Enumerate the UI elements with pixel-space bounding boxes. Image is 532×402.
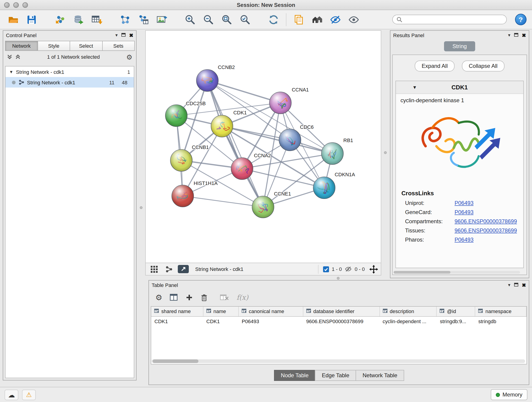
table-row[interactable]: CDK1CDK1P064939606.ENSP00000378699cyclin… [151,316,526,326]
crosslink-link[interactable]: P06493 [455,236,474,243]
close-panel-icon[interactable]: ✖ [522,283,526,288]
column-header-name[interactable]: name [203,307,239,316]
import-network-file-button[interactable] [52,12,68,27]
splitter-handle[interactable] [337,277,340,280]
import-table-button[interactable] [89,12,104,27]
save-session-button[interactable] [24,12,39,27]
table-cell[interactable]: P06493 [239,316,303,326]
splitter-handle[interactable] [140,206,143,209]
column-header-namespace[interactable]: namespace [475,307,526,316]
tab-network-table[interactable]: Network Table [356,370,404,381]
table-cell[interactable]: CDK1 [151,316,203,326]
collapse-panel-icon[interactable]: ▾ [115,33,118,38]
collapse-all-button[interactable]: Collapse All [462,61,504,71]
network-overview-button[interactable] [163,264,174,274]
import-network-database-button[interactable] [70,12,86,27]
collection-expander-icon[interactable]: ▼ [9,70,13,74]
table-cell[interactable]: stringdb:9... [437,316,475,326]
grid-view-button[interactable] [148,264,159,274]
network-node-CCNB1[interactable] [171,149,192,172]
delete-column-button[interactable] [201,293,208,302]
collapse-all-icon[interactable] [15,54,21,60]
tab-string[interactable]: String [444,41,475,51]
network-canvas[interactable]: CCNB2CCNA1CDC25BCDK1CDC6RB1CCNB1CCNA2CDK… [146,31,381,263]
network-node-CDK1[interactable] [211,115,233,137]
pan-move-icon[interactable] [369,265,378,274]
network-edge[interactable] [242,169,324,188]
export-image-button[interactable] [154,12,170,27]
string-home-button[interactable] [309,12,325,27]
network-node-CCNA1[interactable] [269,92,291,114]
network-edge[interactable] [207,80,280,103]
network-edge[interactable] [207,80,263,207]
show-structures-button[interactable] [346,12,361,27]
create-column-button[interactable] [186,294,193,301]
network-from-selection-button[interactable] [117,12,133,27]
tab-network[interactable]: Network [5,41,38,51]
float-panel-icon[interactable] [514,283,518,287]
expand-all-icon[interactable] [7,54,12,60]
column-header-shared-name[interactable]: shared name [151,307,203,316]
table-cell[interactable]: 9606.ENSP00000378699 [303,316,380,326]
network-node-HIST1H1A[interactable] [172,185,194,207]
function-builder-button[interactable]: f(x) [237,293,248,302]
expand-all-button[interactable]: Expand All [415,61,455,71]
column-header--id[interactable]: @id [437,307,475,316]
column-header-database-identifier[interactable]: database identifier [303,307,380,316]
glass-effect-button[interactable] [328,12,343,27]
collapse-panel-icon[interactable]: ▾ [508,283,510,287]
memory-button[interactable]: Memory [491,389,527,400]
zoom-selected-button[interactable] [237,12,253,27]
network-row[interactable]: String Network - cdk1 11 48 [6,77,134,88]
table-horizontal-scrollbar[interactable] [152,359,525,363]
zoom-fit-button[interactable] [219,12,234,27]
detach-view-button[interactable] [178,265,189,273]
close-window-button[interactable] [4,2,10,8]
network-node-CDC25B[interactable] [165,105,187,127]
delete-table-button[interactable] [220,294,229,301]
warnings-button[interactable]: ⚠ [22,389,36,400]
crosslink-link[interactable]: P06493 [455,209,474,216]
network-node-CCNA2[interactable] [231,158,253,180]
search-input[interactable] [405,17,503,22]
network-node-RB1[interactable] [322,143,343,165]
collapse-panel-icon[interactable]: ▾ [508,33,510,38]
float-panel-icon[interactable] [121,33,126,38]
cloud-status-button[interactable]: ☁ [5,389,18,400]
help-button[interactable]: ? [515,14,526,25]
network-node-CDKN1A[interactable] [313,177,335,199]
crosslink-link[interactable]: P06493 [455,200,474,206]
zoom-in-button[interactable] [182,12,198,27]
close-panel-icon[interactable]: ✖ [522,33,526,38]
crosslink-link[interactable]: 9606.ENSP00000378699 [455,218,517,225]
network-collection-row[interactable]: ▼ String Network - cdk1 1 [6,66,134,77]
show-columns-button[interactable] [170,293,178,302]
export-network-button[interactable] [136,12,151,27]
gear-icon[interactable]: ⚙ [126,53,133,60]
table-cell[interactable]: cyclin-dependent ... [380,316,437,326]
tab-sets[interactable]: Sets [102,41,135,51]
refresh-layout-button[interactable] [266,12,281,27]
gene-card-header[interactable]: ▼ CDK1 [396,81,523,94]
zoom-out-button[interactable] [201,12,216,27]
duplicate-network-button[interactable] [291,12,307,27]
minimize-window-button[interactable] [13,2,19,8]
column-header-canonical-name[interactable]: canonical name [239,307,303,316]
network-node-CCNB2[interactable] [196,70,218,91]
splitter-handle[interactable] [384,151,387,154]
table-settings-button[interactable]: ⚙ [155,294,162,301]
search-field[interactable] [392,15,507,24]
tab-node-table[interactable]: Node Table [274,370,316,381]
table-cell[interactable]: CDK1 [203,316,239,326]
tab-edge-table[interactable]: Edge Table [315,370,356,381]
table-cell[interactable]: stringdb [475,316,526,326]
network-node-CCNE1[interactable] [252,196,274,218]
network-view[interactable]: CCNB2CCNA1CDC25BCDK1CDC6RB1CCNB1CCNA2CDK… [145,30,381,263]
node-table[interactable]: shared namenamecanonical namedatabase id… [151,306,527,364]
close-panel-icon[interactable]: ✖ [129,33,133,38]
results-horizontal-scrollbar[interactable] [394,271,520,274]
network-node-CDC6[interactable] [279,129,301,151]
tab-style[interactable]: Style [37,41,70,51]
tab-select[interactable]: Select [70,41,102,51]
network-edge[interactable] [183,196,263,207]
